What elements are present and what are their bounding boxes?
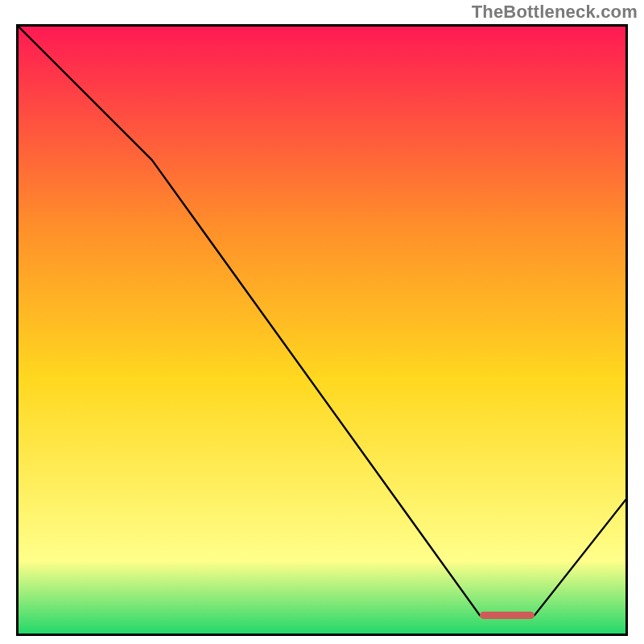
plot-svg	[19, 27, 625, 634]
plot-area	[16, 24, 628, 636]
watermark-text: TheBottleneck.com	[472, 2, 638, 23]
chart-root: TheBottleneck.com	[0, 0, 644, 644]
optimal-range-marker	[480, 612, 535, 619]
